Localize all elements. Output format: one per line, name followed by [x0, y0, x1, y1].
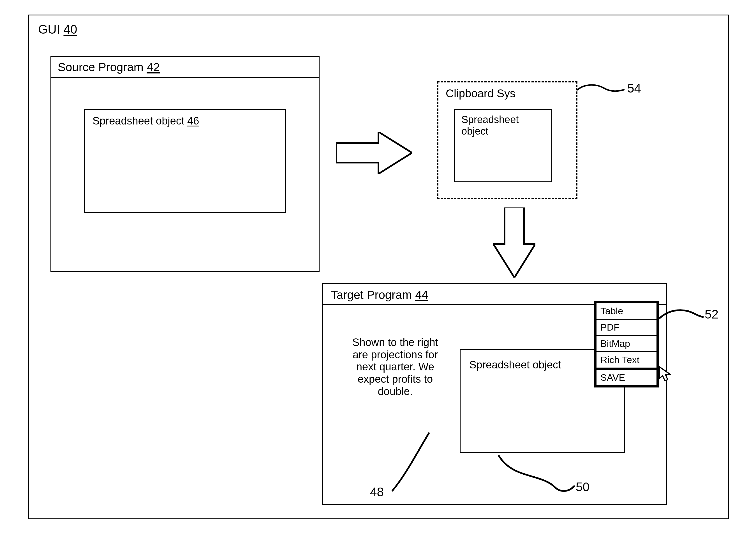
- gui-title: GUI 40: [38, 22, 77, 37]
- menu-item-richtext[interactable]: Rich Text: [596, 352, 657, 370]
- gui-title-text: GUI: [38, 22, 60, 36]
- paste-format-menu[interactable]: Table PDF BitMap Rich Text SAVE: [594, 301, 659, 387]
- source-spreadsheet-text: Spreadsheet object: [92, 115, 184, 127]
- arrow-right-icon: [336, 132, 412, 174]
- cursor-icon: [659, 366, 673, 383]
- source-program-title-text: Source Program: [58, 61, 144, 74]
- gui-ref: 40: [63, 22, 77, 36]
- target-program-ref: 44: [415, 288, 428, 301]
- menu-item-table[interactable]: Table: [596, 303, 657, 320]
- leader-50-icon: [496, 454, 574, 497]
- target-object-ref: 50: [576, 480, 589, 494]
- clipboard-object-text: Spreadsheet object: [461, 114, 519, 137]
- menu-item-bitmap[interactable]: BitMap: [596, 336, 657, 352]
- leader-52-icon: [659, 306, 703, 326]
- target-body-text: Shown to the right are projections for n…: [348, 337, 443, 398]
- source-program-title: Source Program 42: [58, 61, 160, 74]
- body-ref: 48: [370, 485, 384, 499]
- svg-marker-2: [659, 367, 671, 381]
- clipboard-title: Clipboard Sys: [446, 87, 516, 100]
- arrow-down-icon: [493, 207, 535, 278]
- menu-item-pdf[interactable]: PDF: [596, 320, 657, 336]
- target-spreadsheet-label: Spreadsheet object: [469, 359, 561, 371]
- clipboard-ref: 54: [627, 81, 641, 96]
- source-spreadsheet-ref: 46: [187, 115, 199, 127]
- clipboard-leader-icon: [577, 78, 625, 102]
- paste-menu-ref: 52: [705, 307, 718, 322]
- leader-48-icon: [390, 432, 440, 494]
- svg-marker-0: [336, 132, 412, 174]
- clipboard-title-text: Clipboard Sys: [446, 87, 516, 99]
- source-program-ref: 42: [147, 61, 160, 74]
- source-spreadsheet-label: Spreadsheet object 46: [92, 115, 199, 127]
- target-program-title-text: Target Program: [331, 288, 412, 301]
- clipboard-object-label: Spreadsheet object: [461, 114, 537, 137]
- svg-marker-1: [493, 207, 535, 278]
- target-program-title: Target Program 44: [331, 288, 428, 302]
- menu-item-save[interactable]: SAVE: [596, 370, 657, 385]
